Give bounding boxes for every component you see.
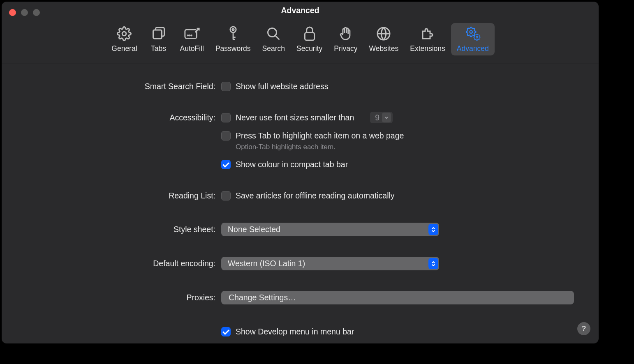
svg-rect-1 <box>153 30 162 39</box>
checkbox-label: Show colour in compact tab bar <box>236 160 348 169</box>
tab-tabs[interactable]: Tabs <box>143 23 174 55</box>
popup-value: Western (ISO Latin 1) <box>228 259 305 268</box>
tab-advanced[interactable]: Advanced <box>451 23 495 55</box>
svg-rect-9 <box>305 32 314 40</box>
popup-arrows-icon <box>428 224 438 235</box>
window-title: Advanced <box>2 6 599 15</box>
row-label: Reading List: <box>26 189 221 201</box>
tab-privacy[interactable]: Privacy <box>328 23 363 55</box>
search-icon <box>265 25 282 42</box>
preferences-window: Advanced General Tabs AutoFill Password <box>2 2 599 343</box>
tab-search[interactable]: Search <box>257 23 291 55</box>
checkbox-show-full-address[interactable] <box>221 82 231 91</box>
puzzle-icon <box>419 25 436 42</box>
help-icon: ? <box>582 325 586 333</box>
svg-point-5 <box>191 35 192 36</box>
checkbox-label: Save articles for offline reading automa… <box>236 191 395 200</box>
font-size-value: 9 <box>375 113 379 122</box>
change-settings-button[interactable]: Change Settings… <box>221 291 574 304</box>
tab-label: AutoFill <box>180 44 204 53</box>
svg-rect-2 <box>185 30 197 38</box>
tab-extensions[interactable]: Extensions <box>404 23 451 55</box>
row-accessibility: Accessibility: Never use font sizes smal… <box>26 111 574 171</box>
svg-point-6 <box>230 27 236 32</box>
checkbox-save-offline[interactable] <box>221 191 231 200</box>
tab-label: Extensions <box>410 44 445 53</box>
row-develop: Show Develop menu in menu bar <box>26 325 574 338</box>
help-button[interactable]: ? <box>577 322 590 335</box>
gears-icon <box>465 25 481 42</box>
popup-arrows-icon <box>428 258 438 269</box>
svg-point-0 <box>123 32 127 36</box>
checkbox-label: Press Tab to highlight each item on a we… <box>236 131 404 141</box>
row-label: Proxies: <box>26 291 221 303</box>
tab-label: Tabs <box>151 44 166 53</box>
tab-autofill[interactable]: AutoFill <box>174 23 210 55</box>
svg-point-4 <box>189 35 190 36</box>
tab-security[interactable]: Security <box>291 23 328 55</box>
row-label <box>26 325 221 326</box>
hint-text: Option-Tab highlights each item. <box>236 143 574 151</box>
checkbox-never-font-smaller[interactable] <box>221 113 231 122</box>
checkbox-press-tab[interactable] <box>221 131 231 141</box>
hand-icon <box>338 25 354 42</box>
checkbox-show-colour[interactable] <box>221 160 231 169</box>
tab-label: Security <box>296 44 322 53</box>
content-area: Smart Search Field: Show full website ad… <box>2 64 599 343</box>
tabs-icon <box>150 25 167 42</box>
style-sheet-popup[interactable]: None Selected <box>221 223 439 236</box>
row-label: Style sheet: <box>26 223 221 235</box>
chevron-down-icon <box>382 113 391 122</box>
button-label: Change Settings… <box>229 293 296 302</box>
font-size-select[interactable]: 9 <box>370 111 393 124</box>
tab-websites[interactable]: Websites <box>363 23 405 55</box>
autofill-icon <box>184 25 200 42</box>
checkbox-show-develop[interactable] <box>221 327 231 336</box>
row-smart-search: Smart Search Field: Show full website ad… <box>26 80 574 93</box>
row-style-sheet: Style sheet: None Selected <box>26 223 574 236</box>
preferences-toolbar: General Tabs AutoFill Passwords Search <box>2 21 599 64</box>
tab-label: Passwords <box>215 44 251 53</box>
tab-label: Websites <box>369 44 399 53</box>
default-encoding-popup[interactable]: Western (ISO Latin 1) <box>221 257 439 270</box>
titlebar: Advanced <box>2 2 599 21</box>
row-proxies: Proxies: Change Settings… <box>26 291 574 304</box>
gear-icon <box>116 25 132 42</box>
checkbox-label: Show full website address <box>236 82 328 91</box>
row-label: Default encoding: <box>26 257 221 269</box>
tab-label: Search <box>262 44 285 53</box>
svg-point-7 <box>232 29 234 30</box>
row-label: Smart Search Field: <box>26 80 221 92</box>
tab-label: Advanced <box>457 44 489 53</box>
svg-point-11 <box>470 31 472 33</box>
tab-label: General <box>111 44 137 53</box>
row-reading-list: Reading List: Save articles for offline … <box>26 189 574 202</box>
tab-label: Privacy <box>334 44 357 53</box>
checkbox-label: Never use font sizes smaller than <box>236 113 354 122</box>
row-default-encoding: Default encoding: Western (ISO Latin 1) <box>26 257 574 270</box>
tab-passwords[interactable]: Passwords <box>210 23 257 55</box>
svg-point-3 <box>187 35 188 36</box>
lock-icon <box>301 25 318 42</box>
row-label: Accessibility: <box>26 111 221 123</box>
tab-general[interactable]: General <box>106 23 143 55</box>
popup-value: None Selected <box>228 225 280 234</box>
key-icon <box>225 25 241 42</box>
globe-icon <box>375 25 392 42</box>
svg-point-12 <box>476 36 478 38</box>
checkbox-label: Show Develop menu in menu bar <box>236 327 354 336</box>
